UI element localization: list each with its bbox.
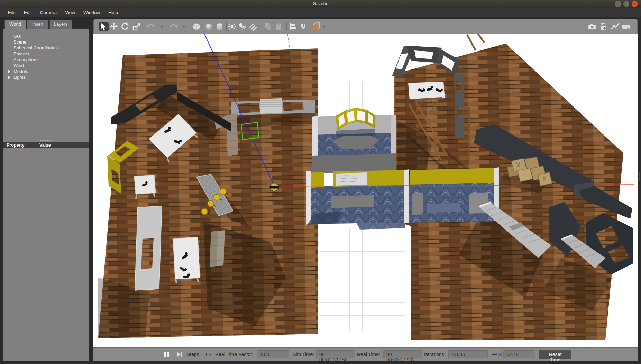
- stone-panel[interactable]: [210, 230, 225, 267]
- directional-light-button[interactable]: [248, 22, 258, 31]
- insert-sphere-button[interactable]: [204, 22, 214, 31]
- svg-text:LOG: LOG: [601, 24, 606, 26]
- panel-tabs: World Insert Layers: [3, 20, 89, 29]
- steps-value[interactable]: 1: [205, 352, 208, 357]
- panel-splitter[interactable]: •••••••: [3, 139, 89, 142]
- world-panel: World Insert Layers GUI Scene: [3, 20, 89, 361]
- step-button[interactable]: [177, 352, 182, 357]
- insert-box-button[interactable]: [192, 22, 201, 31]
- insert-cylinder-button[interactable]: [215, 22, 225, 31]
- turtlebot-robot[interactable]: [270, 183, 279, 191]
- expand-arrow-icon[interactable]: [8, 76, 10, 79]
- record-video-button[interactable]: [621, 22, 631, 31]
- work-table-2[interactable]: [173, 237, 200, 283]
- tree-item[interactable]: GUI: [3, 33, 89, 39]
- steps-caret-icon[interactable]: [209, 354, 212, 356]
- tree-item[interactable]: Wind: [3, 63, 89, 68]
- couch: [412, 193, 423, 215]
- title-bar[interactable]: Gazebo – □ ✕: [0, 0, 641, 8]
- property-table-body[interactable]: [3, 148, 89, 361]
- window-title: Gazebo: [0, 1, 641, 6]
- menu-item[interactable]: File: [4, 9, 19, 16]
- spot-light-button[interactable]: [238, 22, 247, 31]
- rtf-value: 1.00: [257, 350, 289, 358]
- scale-tool-button[interactable]: [132, 22, 141, 31]
- rotate-tool-button[interactable]: [120, 22, 130, 31]
- point-light-button[interactable]: [227, 22, 237, 31]
- gazebo-3d-scene[interactable]: [93, 34, 638, 347]
- minimize-button[interactable]: –: [615, 1, 621, 7]
- menu-bar: File Edit Camera View Window Help: [0, 8, 641, 17]
- meeting-room[interactable]: [312, 108, 396, 178]
- tab-layers[interactable]: Layers: [49, 20, 72, 29]
- copy-button[interactable]: [264, 22, 273, 31]
- menu-item[interactable]: Edit: [20, 9, 36, 16]
- gazebo-window: Gazebo – □ ✕ File Edit Camera View: [0, 0, 641, 364]
- undo-button[interactable]: [146, 22, 155, 31]
- rtf-label: Real Time Factor:: [215, 352, 253, 357]
- world-tree: GUI Scene Spherical Coordinates: [3, 29, 89, 139]
- fps-label: FPS:: [491, 352, 502, 357]
- render-viewport[interactable]: Steps: 1 Real Time Factor: 1.00 Sim Time…: [93, 34, 638, 361]
- tree-item[interactable]: Physics: [3, 51, 89, 57]
- tree-item[interactable]: Spherical Coordinates: [3, 45, 89, 51]
- tree-item[interactable]: Models: [3, 68, 89, 74]
- maximize-button[interactable]: □: [623, 1, 629, 7]
- menu-item[interactable]: View: [61, 9, 79, 16]
- pause-button[interactable]: [164, 352, 169, 357]
- close-button[interactable]: ✕: [632, 1, 638, 7]
- reset-time-button[interactable]: Reset Time: [539, 350, 571, 359]
- paste-button[interactable]: [274, 22, 284, 31]
- right-panel-splitter[interactable]: ••••••: [638, 20, 641, 361]
- iterations-label: Iterations:: [424, 352, 445, 357]
- menu-item[interactable]: Help: [104, 9, 122, 16]
- redo-button[interactable]: [169, 22, 178, 31]
- tree-item[interactable]: Atmosphere: [3, 57, 89, 63]
- real-time-value: 00 00:00:27.982: [383, 350, 422, 358]
- value-column-header: Value: [39, 143, 51, 148]
- view-angle-button[interactable]: [312, 22, 321, 31]
- property-table-header: Property Value: [3, 142, 89, 148]
- log-record-button[interactable]: LOG: [598, 22, 608, 31]
- tab-insert[interactable]: Insert: [27, 20, 48, 29]
- property-column-header: Property: [7, 143, 24, 148]
- menu-item[interactable]: Camera: [36, 9, 61, 16]
- main-toolbar: LOG: [93, 19, 638, 34]
- menu-item[interactable]: Window: [80, 9, 104, 16]
- lounge-rooms[interactable]: [306, 167, 499, 230]
- real-time-label: Real Time:: [357, 352, 380, 357]
- plot-button[interactable]: [611, 22, 620, 31]
- expand-arrow-icon[interactable]: [8, 70, 10, 73]
- tree-item[interactable]: Lights: [3, 74, 89, 80]
- iterations-value: 27635: [448, 350, 488, 358]
- sim-time-value: 00 00:01:03.150: [316, 350, 355, 358]
- translate-tool-button[interactable]: [109, 22, 119, 31]
- stone-pillar: [226, 113, 238, 156]
- steps-label: Steps:: [187, 352, 201, 357]
- snap-tool-button[interactable]: [299, 22, 308, 31]
- simulation-status-bar: Steps: 1 Real Time Factor: 1.00 Sim Time…: [93, 347, 638, 361]
- screenshot-button[interactable]: [587, 22, 597, 31]
- sim-time-label: Sim Time:: [293, 352, 314, 357]
- view-angle-caret[interactable]: [323, 26, 326, 28]
- lounge-table: [331, 195, 374, 208]
- fps-value: 62.46: [503, 350, 535, 358]
- align-tool-button[interactable]: [288, 22, 298, 31]
- redo-history-caret[interactable]: [182, 26, 185, 28]
- whiteboard: [336, 172, 367, 186]
- tab-world[interactable]: World: [4, 20, 26, 29]
- tree-item[interactable]: Scene: [3, 39, 89, 45]
- undo-history-caret[interactable]: [160, 26, 163, 28]
- select-tool-button[interactable]: [99, 22, 109, 31]
- gray-panel[interactable]: [135, 206, 162, 290]
